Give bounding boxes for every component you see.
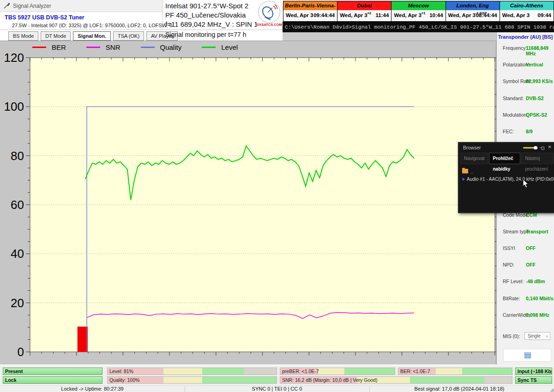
app-icon [3, 2, 11, 9]
legend-item-level: Level [202, 43, 238, 51]
satellite-title: Intelsat 901-27.5°W-Spot 2 [165, 2, 248, 10]
clock-city: London, Eng [446, 1, 500, 10]
window-title: Signal Analyzer [13, 3, 51, 9]
lock-indicator: Lock [3, 376, 102, 384]
world-clocks: Berlin-Paris-Vienna-Roma Wed, Apr 3 09:4… [283, 1, 554, 23]
clock-date: Wed, Apr 3 [286, 12, 313, 18]
clock-city: Dubai [337, 1, 391, 10]
legend-item-ber: BER [32, 43, 66, 51]
plot-area [30, 58, 495, 352]
y-axis-label: 40 [11, 247, 24, 261]
y-axis-label: 120 [4, 51, 24, 65]
folder-icon [462, 169, 468, 173]
mouse-cursor [523, 179, 529, 189]
chart-legend: BER SNR Quality Level [32, 43, 238, 51]
resize-grip[interactable]: ◢ [550, 387, 554, 392]
tab-prohlizec-nabidky[interactable]: Prohlížeč nabídky [489, 153, 520, 164]
mode-tabs: BS Mode DT Mode Signal Mon. TSA (OK) AV … [8, 31, 178, 41]
quality-gauge: Quality: 100% [107, 376, 277, 384]
spacer [283, 32, 496, 41]
snr-gauge: SNR: 16,2 dB (Margin: 10,0 dB | Very Goo… [280, 376, 512, 384]
legend-item-quality: Quality [141, 43, 182, 51]
close-icon[interactable]: ✕ [548, 144, 552, 149]
monitoring-duration: Signal monitoring per t=77 h [165, 31, 247, 38]
clock-moscow: Moscow Wed, Apr 3 +1 10:44 [391, 1, 445, 22]
preber-gauge: preBER: <1.0E-7 [280, 368, 395, 375]
statusbar-best-signal: Best signal: 17,0 dB (2024-04-01 18:18) [369, 386, 549, 392]
ber-legend-swatch [32, 47, 46, 48]
clock-time: 09:44:44 [313, 12, 335, 18]
logo-text: DXSATCS.COM [257, 23, 282, 27]
statusbar-sync: SYNC 0 | TEI 0 | CC 0 [185, 386, 369, 392]
row-issyi: ISSYIOFF [497, 245, 554, 253]
y-axis-label: 60 [11, 198, 24, 212]
clock-date: Wed, Apr 3 [502, 12, 530, 18]
clock-offset: +1 [421, 11, 425, 15]
mis-dropdown[interactable]: Singlev [524, 332, 550, 340]
stream-list-button[interactable] [503, 349, 551, 362]
tab-dt-mode[interactable]: DT Mode [41, 31, 71, 41]
sidebar-title: Transponder (AU) [BS] [497, 34, 554, 40]
clock-time: 11:44 [376, 12, 389, 18]
pin-icon[interactable] [540, 147, 544, 149]
row-code-mode: Code Mode:CCM [497, 212, 554, 220]
row-bitrate: BitRate:0,140 Mbit/s [497, 296, 554, 303]
dxsatcs-logo: DXSATCS.COM [257, 1, 282, 29]
bullet-icon [462, 178, 464, 180]
clock-offset: +2 [367, 11, 371, 15]
ber-bar [78, 327, 88, 352]
window-titlebar[interactable]: Signal Analyzer [0, 0, 163, 12]
row-fec: FEC:8/9 [497, 129, 554, 136]
command-prompt[interactable]: C:\Users\Roman Dávid>Signal monitoring_P… [283, 22, 554, 32]
tab-tsa[interactable]: TSA (OK) [113, 31, 144, 41]
row-mis: MIS (0): Singlev [497, 333, 554, 341]
row-rf-level: RF Level:-48 dBm [497, 279, 554, 286]
present-indicator: Present [3, 368, 102, 375]
sync-ts-indicator: Sync TS [515, 376, 552, 384]
legend-label: BER [52, 43, 66, 51]
y-axis-label: 0 [18, 345, 24, 359]
tab-navigovat[interactable]: Navigovat [460, 153, 488, 164]
browser-title: Browser [463, 145, 481, 150]
snr-legend-swatch [86, 47, 100, 48]
tab-nastroj-prochazeni[interactable]: Nástroj procházení [521, 153, 552, 164]
tuner-name: TBS 5927 USB DVB-S2 Tuner [5, 14, 84, 21]
clock-dubai: Dubai Wed, Apr 3 +2 11:44 [337, 1, 391, 22]
quality-legend-swatch [141, 47, 155, 48]
tab-bs-mode[interactable]: BS Mode [8, 31, 38, 41]
clock-london: London, Eng Wed, Apr 3 -1 DST 08:44:44 [446, 1, 500, 22]
signal-chart: 020406080100120 [0, 41, 496, 365]
list-icon [524, 352, 531, 358]
legend-label: SNR [106, 43, 120, 51]
opacity-slider[interactable] [523, 147, 536, 148]
slider-knob[interactable] [534, 146, 537, 149]
clock-cairo: Cairo-Athens Wed, Apr 3 09:44 [500, 1, 554, 22]
site-title: PF 450_Lučenec/Slovakia [165, 11, 246, 19]
ber-gauge: BER: <1.0E-7 [398, 368, 512, 375]
browser-window: Browser ✕ Navigovat Prohlížeč nabídky Ná… [458, 142, 554, 213]
audio-stream-item[interactable]: Audio #1 - AAC(LATM), 24.0 kHz (PID:0x00… [462, 177, 553, 182]
row-standard: Standard:DVB-S2 [497, 95, 554, 103]
signal-status-zone: Present Level: 81% preBER: <1.0E-7 BER: … [0, 365, 554, 385]
clock-city: Cairo-Athens [500, 1, 554, 10]
clock-time: 10:44 [429, 12, 443, 18]
tab-signal-mon[interactable]: Signal Mon. [73, 31, 111, 41]
clock-date: Wed, Apr 3 [340, 12, 367, 18]
frequency-title: f=11 689,042 MHz_V : SPIN 1038 [165, 20, 269, 28]
app-header: Signal Analyzer TBS 5927 USB DVB-S2 Tune… [0, 0, 283, 41]
row-frequency: Frequency:11688,849 MHz [497, 45, 554, 53]
clock-date: Wed, Apr 3 [394, 12, 421, 18]
clock-city: Moscow [391, 1, 445, 10]
y-axis-label: 20 [11, 296, 24, 310]
row-stream-type: Stream type:Transport [497, 229, 554, 236]
browser-tabs: Navigovat Prohlížeč nabídky Nástroj proc… [460, 153, 554, 164]
clock-time: 09:44 [538, 12, 551, 18]
browser-titlebar[interactable]: Browser ✕ [458, 143, 554, 153]
logo-circle [258, 1, 280, 23]
clock-berlin: Berlin-Paris-Vienna-Roma Wed, Apr 3 09:4… [283, 1, 337, 22]
input-indicator: Input (~188 Kbps) [515, 368, 552, 375]
divider [0, 30, 283, 30]
statusbar-uptime: Locked -> Uptime: 80:27:39 [0, 386, 185, 392]
clock-time: 08:44:44 [476, 12, 497, 18]
row-carrier-width: CarrierWidth:0,098 MHz [497, 312, 554, 320]
